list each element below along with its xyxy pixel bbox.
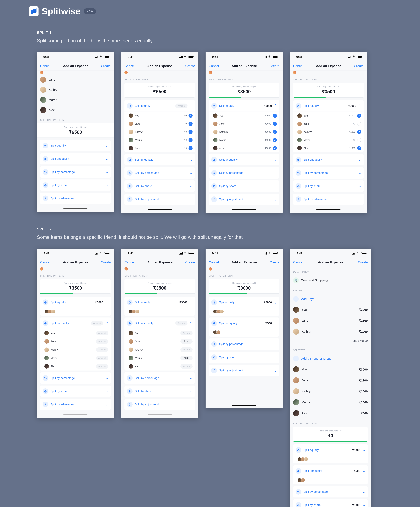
checkbox[interactable] xyxy=(189,130,193,134)
split-percent-option[interactable]: % Split by percentage xyxy=(125,167,195,179)
split-equally-option[interactable]: ◔ Split equally ₹3000 xyxy=(125,296,195,308)
split-equally-option[interactable]: ◔ Split equally ₹3000 xyxy=(293,100,364,112)
split-adjust-option[interactable]: ⁒ Split by adjustment xyxy=(40,193,111,204)
splitwith-row[interactable]: Alex₹300 xyxy=(290,408,371,419)
payer-row[interactable]: You₹3000 xyxy=(290,304,371,315)
checkbox[interactable] xyxy=(189,146,193,150)
split-percent-option[interactable]: % Split by percentage xyxy=(209,338,279,350)
split-percent-option[interactable]: % Split by percentage xyxy=(125,372,195,384)
checkbox[interactable] xyxy=(189,122,193,126)
amount-field[interactable]: ₹300 xyxy=(180,356,193,360)
friend-row[interactable]: Morris xyxy=(37,95,114,105)
person-row[interactable]: Alex ₹1000 xyxy=(293,144,364,152)
split-share-option[interactable]: ◐ Split by share xyxy=(209,352,279,363)
checkbox[interactable] xyxy=(357,146,361,150)
add-payer-button[interactable]: + Add Payer xyxy=(290,294,371,304)
split-unequally-option[interactable]: ◕ Split unequally xyxy=(40,153,111,164)
person-row[interactable]: You Amount xyxy=(40,329,111,337)
amount-field[interactable]: ₹200 xyxy=(180,339,193,344)
amount-field[interactable]: Amount xyxy=(180,331,193,335)
split-percent-option[interactable]: % Split by percentage xyxy=(293,167,364,179)
checkbox[interactable] xyxy=(357,114,361,118)
split-share-option[interactable]: ◐ Split by share xyxy=(293,180,364,192)
amount-field[interactable]: Amount xyxy=(96,356,108,360)
person-row[interactable]: Jane Amount xyxy=(40,337,111,345)
cancel-button[interactable]: Cancel xyxy=(209,261,219,264)
amount-field[interactable]: Amount xyxy=(96,364,108,369)
split-adjust-option[interactable]: ⁒ Split by adjustment xyxy=(125,399,195,410)
create-button[interactable]: Create xyxy=(358,261,368,264)
splitwith-row[interactable]: Morris₹1000 xyxy=(290,397,371,408)
person-row[interactable]: Jane ₹0 xyxy=(125,120,195,128)
split-unequally-option[interactable]: ◕ Split unequally Amount xyxy=(40,317,111,329)
add-friend-button[interactable]: + Add a Friend or Group xyxy=(290,353,371,364)
checkbox[interactable] xyxy=(189,114,193,118)
split-share-option[interactable]: ◐ Split by share xyxy=(209,180,279,192)
splitwith-row[interactable]: You₹3000 xyxy=(290,364,371,375)
split-equally-option[interactable]: ◔ Split equally ₹3000 xyxy=(209,100,279,112)
cancel-button[interactable]: Cancel xyxy=(40,64,50,68)
split-share-option[interactable]: ◐ Split by share xyxy=(125,180,195,192)
create-button[interactable]: Create xyxy=(270,64,279,68)
person-row[interactable]: Kathryn Amount xyxy=(40,345,111,354)
person-row[interactable]: Morris ₹0 xyxy=(125,136,195,144)
split-adjust-option[interactable]: ⁒ Split by adjustment xyxy=(209,365,279,376)
checkbox[interactable] xyxy=(273,130,277,134)
person-row[interactable]: Morris ₹0 xyxy=(293,136,364,144)
cancel-button[interactable]: Cancel xyxy=(40,261,50,264)
create-button[interactable]: Create xyxy=(185,64,195,68)
person-row[interactable]: Kathryn ₹1000 xyxy=(209,128,279,136)
cancel-button[interactable]: Cancel xyxy=(293,261,303,264)
person-row[interactable]: Morris ₹300 xyxy=(125,354,195,362)
checkbox[interactable] xyxy=(357,130,361,134)
splitwith-row[interactable]: Kathryn₹1000 xyxy=(290,386,371,397)
split-adjust-option[interactable]: ⁒ Split by adjustment xyxy=(293,194,364,205)
amount-field[interactable]: Amount xyxy=(180,364,193,369)
person-row[interactable]: Jane ₹200 xyxy=(125,337,195,345)
person-row[interactable]: Kathryn Amount xyxy=(125,345,195,354)
checkbox[interactable] xyxy=(273,138,277,142)
cancel-button[interactable]: Cancel xyxy=(293,64,303,68)
split-equally-option[interactable]: ◔ Split equally ₹3000 xyxy=(293,444,368,456)
amount-field[interactable]: Amount xyxy=(96,347,108,352)
person-row[interactable]: Alex ₹1000 xyxy=(209,144,279,152)
person-row[interactable]: Alex Amount xyxy=(40,362,111,371)
split-adjust-option[interactable]: ⁒ Split by adjustment xyxy=(40,399,111,410)
create-button[interactable]: Create xyxy=(270,261,279,264)
split-adjust-option[interactable]: ⁒ Split by adjustment xyxy=(125,194,195,205)
split-share-option[interactable]: ◐ Split by share ₹3000 xyxy=(293,499,368,507)
checkbox[interactable] xyxy=(273,122,277,126)
split-equally-option[interactable]: ◔ Split equally xyxy=(40,140,111,151)
split-equally-option[interactable]: ◔ Split equally ₹3000 xyxy=(209,296,279,308)
create-button[interactable]: Create xyxy=(354,64,364,68)
split-unequally-option[interactable]: ◕ Split unequally xyxy=(209,154,279,165)
friend-row[interactable]: Kathryn xyxy=(37,85,114,95)
person-row[interactable]: Kathryn ₹0 xyxy=(125,128,195,136)
create-button[interactable]: Create xyxy=(101,261,111,264)
friend-row[interactable]: Jane xyxy=(37,75,114,85)
person-row[interactable]: Jane ₹1000 xyxy=(209,120,279,128)
checkbox[interactable] xyxy=(273,146,277,150)
split-share-option[interactable]: ◐ Split by share xyxy=(125,386,195,397)
split-unequally-option[interactable]: ◕ Split unequally xyxy=(293,154,364,165)
checkbox[interactable] xyxy=(189,138,193,142)
split-unequally-option[interactable]: ◕ Split unequally ₹500 xyxy=(209,317,279,329)
create-button[interactable]: Create xyxy=(101,64,111,68)
split-percent-option[interactable]: % Split by percentage xyxy=(209,167,279,179)
amount-placeholder[interactable]: Amount xyxy=(175,104,188,108)
description-row[interactable]: 🛒 Weekend Shopping xyxy=(290,275,371,286)
person-row[interactable]: You ₹0 xyxy=(125,112,195,120)
payer-row[interactable]: Kathryn₹1000 xyxy=(290,326,371,337)
person-row[interactable]: You Amount xyxy=(125,329,195,337)
amount-field[interactable]: Amount xyxy=(96,339,108,344)
person-row[interactable]: You ₹1000 xyxy=(209,112,279,120)
split-share-option[interactable]: ◐ Split by share xyxy=(40,179,111,191)
split-equally-option[interactable]: ◔ Split equally Amount xyxy=(125,100,195,112)
checkbox[interactable] xyxy=(273,114,277,118)
checkbox[interactable] xyxy=(357,138,361,142)
person-row[interactable]: You ₹1000 xyxy=(293,112,364,120)
amount-placeholder[interactable]: Amount xyxy=(91,321,103,325)
person-row[interactable]: Jane ₹0 xyxy=(293,120,364,128)
cancel-button[interactable]: Cancel xyxy=(125,64,135,68)
checkbox[interactable] xyxy=(357,122,361,126)
